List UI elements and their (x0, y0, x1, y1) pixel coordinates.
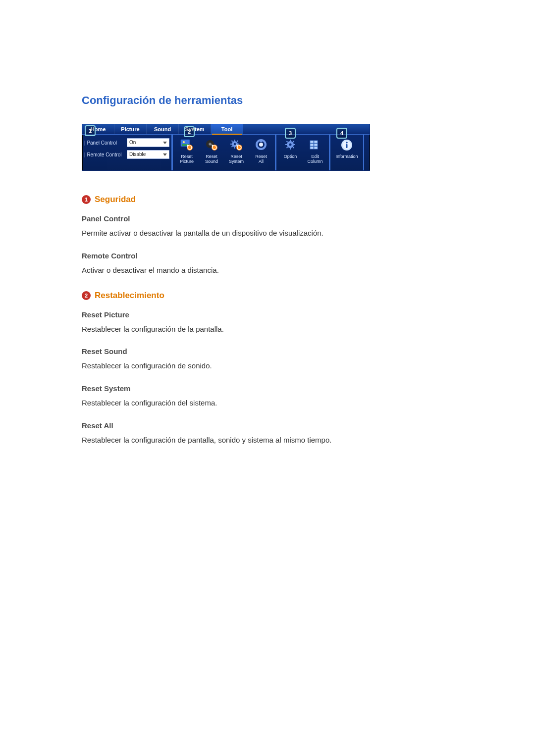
svg-rect-36 (314, 147, 318, 149)
tool-label: Information (335, 154, 358, 159)
reset-sound-button[interactable]: Reset Sound (200, 137, 223, 169)
item-desc: Restablecer la configuración de pantalla… (82, 435, 453, 446)
svg-rect-33 (310, 144, 314, 146)
item-title: Panel Control (82, 214, 453, 223)
tab-label: Sound (154, 126, 171, 132)
panel-control-select[interactable]: On (127, 138, 169, 147)
tool-label: Reset All (255, 154, 267, 164)
svg-rect-32 (314, 141, 318, 143)
controls-zone: Panel Control On Remote Control Disable (82, 135, 172, 170)
reset-all-button[interactable]: Reset All (249, 137, 273, 169)
reset-picture-button[interactable]: Reset Picture (175, 137, 199, 169)
item-title: Reset Picture (82, 310, 453, 319)
tab-picture[interactable]: Picture (114, 124, 147, 134)
edit-column-icon (308, 138, 322, 152)
svg-rect-35 (310, 147, 314, 149)
svg-rect-34 (314, 144, 318, 146)
item-block: Panel Control Permite activar o desactiv… (82, 214, 453, 239)
svg-rect-23 (290, 148, 291, 150)
svg-rect-25 (293, 144, 295, 145)
item-title: Reset System (82, 384, 453, 393)
info-icon (339, 138, 354, 152)
svg-point-17 (234, 143, 236, 145)
config-zone: Option E (276, 135, 330, 170)
reset-system-icon (229, 138, 244, 152)
svg-rect-15 (237, 140, 239, 142)
panel-control-row: Panel Control On (84, 138, 169, 148)
reset-all-icon (254, 138, 268, 152)
section-bullet: 1 (82, 195, 91, 204)
tool-label: Reset Picture (180, 154, 194, 164)
callout-3: 3 (285, 128, 296, 139)
remote-control-row: Remote Control Disable (84, 150, 169, 159)
panel-control-value: On (129, 138, 136, 147)
callout-2: 2 (184, 126, 195, 137)
svg-rect-22 (290, 140, 291, 142)
callout-4: 4 (336, 128, 347, 139)
svg-point-40 (346, 142, 348, 144)
tab-label: Picture (121, 126, 139, 132)
item-block: Reset All Restablecer la configuración d… (82, 421, 453, 446)
tab-bar: Home Picture Sound System Tool (82, 124, 370, 135)
tab-tool[interactable]: Tool (211, 124, 243, 134)
item-block: Reset Sound Restablecer la configuración… (82, 347, 453, 371)
item-block: Remote Control Activar o desactivar el m… (82, 252, 453, 276)
item-block: Reset Picture Restablecer la configuraci… (82, 310, 453, 335)
tool-label: Reset System (229, 154, 244, 164)
item-desc: Restablecer la configuración de sonido. (82, 360, 453, 371)
tool-label: Reset Sound (205, 154, 218, 164)
remote-control-label: Remote Control (84, 152, 127, 157)
svg-rect-11 (230, 144, 232, 145)
option-icon (283, 138, 298, 152)
reset-picture-icon (179, 138, 194, 152)
section-bullet: 2 (82, 291, 91, 300)
panel-control-label: Panel Control (84, 140, 127, 146)
svg-point-2 (183, 141, 185, 143)
tab-label: Tool (221, 126, 232, 132)
svg-rect-28 (293, 141, 295, 143)
item-desc: Restablecer la configuración del sistema… (82, 398, 453, 408)
reset-system-button[interactable]: Reset System (224, 137, 248, 169)
svg-rect-26 (286, 141, 288, 143)
reset-sound-icon (204, 138, 219, 152)
svg-rect-39 (346, 144, 348, 148)
section-restablecimiento: 2 Restablecimiento Reset Picture Restabl… (82, 291, 453, 446)
item-block: Reset System Restablecer la configuració… (82, 384, 453, 408)
remote-control-value: Disable (129, 150, 146, 159)
tab-sound[interactable]: Sound (147, 124, 179, 134)
svg-rect-10 (234, 147, 235, 149)
item-title: Reset All (82, 421, 453, 430)
tool-label: Option (284, 154, 297, 159)
chevron-down-icon (163, 142, 167, 144)
tool-label: Edit Column (307, 154, 322, 164)
svg-rect-27 (293, 147, 295, 149)
chevron-down-icon (163, 153, 167, 156)
item-desc: Activar o desactivar el mando a distanci… (82, 265, 453, 276)
svg-rect-31 (310, 141, 314, 143)
svg-rect-13 (231, 140, 233, 142)
edit-column-button[interactable]: Edit Column (303, 137, 327, 169)
svg-point-20 (259, 143, 263, 147)
remote-control-select[interactable]: Disable (127, 150, 169, 159)
section-seguridad: 1 Seguridad Panel Control Permite activa… (82, 195, 453, 276)
section-title: Restablecimiento (95, 291, 164, 301)
reset-zone: Reset Picture Reset Sound (172, 135, 276, 170)
svg-rect-24 (285, 144, 287, 145)
section-title: Seguridad (95, 195, 136, 204)
svg-point-6 (210, 144, 211, 145)
svg-point-30 (289, 144, 292, 146)
information-button[interactable]: Information (332, 137, 361, 169)
callout-1: 1 (85, 125, 96, 136)
info-zone: Information (330, 135, 364, 170)
svg-rect-9 (234, 140, 235, 142)
option-button[interactable]: Option (278, 137, 302, 169)
svg-rect-12 (237, 144, 239, 145)
item-title: Remote Control (82, 252, 453, 260)
item-desc: Permite activar o desactivar la pantalla… (82, 228, 453, 239)
item-desc: Restablecer la configuración de la panta… (82, 324, 453, 335)
svg-rect-29 (286, 147, 288, 149)
page-title: Configuración de herramientas (82, 94, 453, 107)
item-title: Reset Sound (82, 347, 453, 355)
toolbar-screenshot: Home Picture Sound System Tool Panel Con… (82, 124, 370, 171)
